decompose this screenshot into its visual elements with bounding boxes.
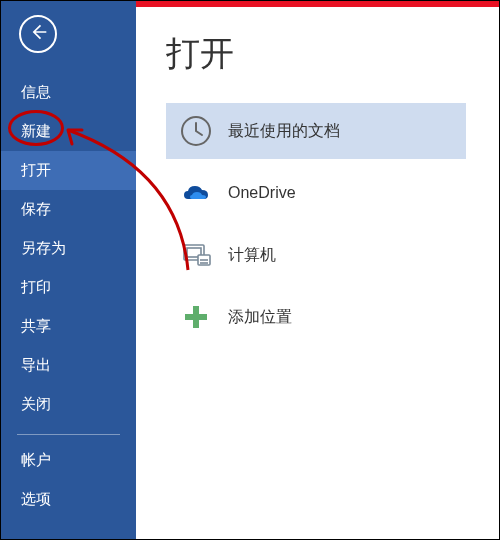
sidebar-item-saveas[interactable]: 另存为 bbox=[1, 229, 136, 268]
sidebar-nav: 信息 新建 打开 保存 另存为 打印 共享 导出 关闭 帐户 选项 bbox=[1, 73, 136, 519]
back-arrow-icon bbox=[28, 22, 48, 46]
sidebar-item-new[interactable]: 新建 bbox=[1, 112, 136, 151]
window: 信息 新建 打开 保存 另存为 打印 共享 导出 关闭 帐户 选项 打开 bbox=[0, 0, 500, 540]
sidebar-item-share[interactable]: 共享 bbox=[1, 307, 136, 346]
svg-rect-7 bbox=[185, 314, 207, 320]
back-button[interactable] bbox=[19, 15, 57, 53]
main-panel: 打开 最近使用的文档 bbox=[136, 1, 499, 539]
sidebar-item-save[interactable]: 保存 bbox=[1, 190, 136, 229]
sidebar-item-print[interactable]: 打印 bbox=[1, 268, 136, 307]
sidebar-item-account[interactable]: 帐户 bbox=[1, 441, 136, 480]
option-label: 添加位置 bbox=[228, 307, 292, 328]
sidebar-item-label: 保存 bbox=[21, 200, 51, 217]
sidebar-item-label: 导出 bbox=[21, 356, 51, 373]
page-title: 打开 bbox=[166, 31, 489, 77]
sidebar-item-label: 选项 bbox=[21, 490, 51, 507]
sidebar-item-label: 打印 bbox=[21, 278, 51, 295]
clock-icon bbox=[178, 113, 214, 149]
onedrive-icon bbox=[178, 175, 214, 211]
option-onedrive[interactable]: OneDrive bbox=[166, 165, 466, 221]
option-computer[interactable]: 计算机 bbox=[166, 227, 466, 283]
sidebar-item-label: 新建 bbox=[21, 122, 51, 139]
sidebar-item-label: 帐户 bbox=[21, 451, 51, 468]
option-label: 计算机 bbox=[228, 245, 276, 266]
sidebar-divider bbox=[17, 434, 120, 435]
open-options: 最近使用的文档 OneDrive bbox=[166, 103, 489, 351]
sidebar-item-close[interactable]: 关闭 bbox=[1, 385, 136, 424]
sidebar-item-label: 信息 bbox=[21, 83, 51, 100]
option-label: OneDrive bbox=[228, 184, 296, 202]
sidebar-item-label: 另存为 bbox=[21, 239, 66, 256]
computer-icon bbox=[178, 237, 214, 273]
sidebar-item-info[interactable]: 信息 bbox=[1, 73, 136, 112]
sidebar-item-options[interactable]: 选项 bbox=[1, 480, 136, 519]
sidebar-item-export[interactable]: 导出 bbox=[1, 346, 136, 385]
option-add-place[interactable]: 添加位置 bbox=[166, 289, 466, 345]
plus-icon bbox=[178, 299, 214, 335]
sidebar-item-open[interactable]: 打开 bbox=[1, 151, 136, 190]
sidebar-item-label: 共享 bbox=[21, 317, 51, 334]
sidebar-item-label: 关闭 bbox=[21, 395, 51, 412]
option-label: 最近使用的文档 bbox=[228, 121, 340, 142]
option-recent-documents[interactable]: 最近使用的文档 bbox=[166, 103, 466, 159]
sidebar-item-label: 打开 bbox=[21, 161, 51, 178]
sidebar: 信息 新建 打开 保存 另存为 打印 共享 导出 关闭 帐户 选项 bbox=[1, 1, 136, 539]
